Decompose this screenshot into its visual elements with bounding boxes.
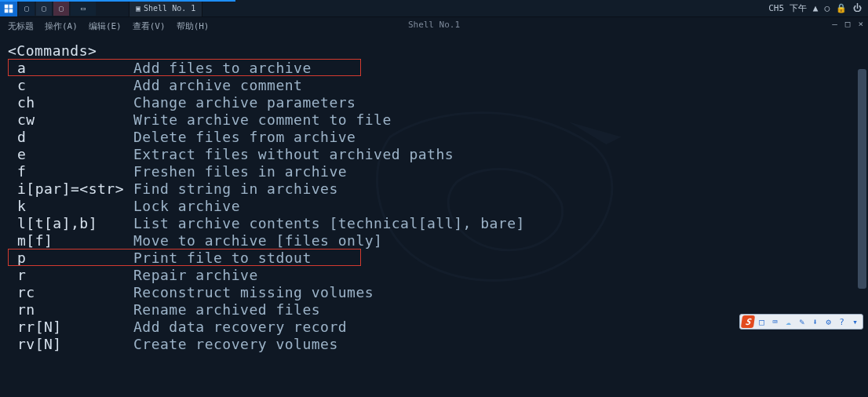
command-description: Add archive comment (133, 77, 868, 94)
window-minimize-button[interactable]: – (832, 19, 837, 29)
command-key: rn (8, 301, 133, 319)
command-row: i[par]=<str>Find string in archives (8, 180, 868, 198)
window-menubar: 无标题 操作(A) 编辑(E) 查看(V) 帮助(H) Shell No.1 –… (0, 17, 868, 35)
window-title: Shell No.1 (408, 20, 460, 30)
ime-pen-icon[interactable]: ✎ (796, 316, 808, 328)
command-row: fFreshen files in archive (8, 163, 868, 180)
taskbar-app-2[interactable]: ▢ (36, 2, 52, 16)
command-key: rc (8, 284, 133, 301)
command-key: p (8, 249, 133, 267)
command-row: dDelete files from archive (8, 129, 868, 146)
menu-item-view[interactable]: 查看(V) (133, 20, 166, 32)
ime-gear-icon[interactable]: ⚙ (822, 316, 834, 328)
tray-circle-icon[interactable]: ◯ (824, 3, 830, 13)
taskbar-tab-terminal[interactable]: ▣ Shell No. 1 (129, 1, 202, 16)
command-description: Lock archive (133, 198, 868, 215)
command-description: Delete files from archive (133, 129, 868, 146)
command-key: c (8, 77, 133, 94)
system-taskbar: ▢ ▢ ▢ ▭ ▣ Shell No. 1 CH5 下午 ▲ ◯ 🔒 ⏻ (0, 0, 868, 17)
scrollbar-thumb[interactable] (858, 69, 866, 289)
menu-item-edit[interactable]: 编辑(E) (89, 20, 122, 32)
command-description: Create recovery volumes (133, 336, 868, 353)
command-row: aAdd files to archive (8, 60, 868, 77)
command-key: d (8, 129, 133, 146)
command-row: rcReconstruct missing volumes (8, 284, 868, 301)
command-row: cAdd archive comment (8, 77, 868, 94)
command-description: Write archive comment to file (133, 111, 868, 129)
commands-heading: <Commands> (8, 42, 868, 60)
command-description: Reconstruct missing volumes (133, 284, 868, 301)
command-description: List archive contents [technical[all], b… (133, 215, 868, 232)
command-key: i[par]=<str> (8, 180, 133, 198)
command-key: ch (8, 94, 133, 111)
command-description: Add files to archive (133, 60, 868, 77)
window-close-button[interactable]: × (858, 19, 863, 29)
command-description: Print file to stdout (133, 249, 868, 267)
taskbar-app-4[interactable]: ▭ (71, 2, 96, 16)
command-row: l[t[a],b]List archive contents [technica… (8, 215, 868, 232)
command-key: f (8, 163, 133, 180)
command-row: kLock archive (8, 198, 868, 215)
command-row: cwWrite archive comment to file (8, 111, 868, 129)
tray-lock-icon[interactable]: 🔒 (836, 3, 847, 13)
command-description: Extract files without archived paths (133, 146, 868, 163)
ime-help-icon[interactable]: ? (836, 316, 848, 328)
command-key: e (8, 146, 133, 163)
command-key: rr[N] (8, 319, 133, 336)
command-description: Repair archive (133, 267, 868, 284)
window-maximize-button[interactable]: □ (845, 19, 851, 29)
terminal-icon: ▣ (136, 4, 140, 13)
command-description: Move to archive [files only] (133, 232, 868, 249)
command-row: pPrint file to stdout (8, 249, 868, 267)
tray-power-icon[interactable]: ⏻ (853, 3, 862, 13)
start-menu-button[interactable] (0, 1, 17, 16)
taskbar-tab-label: Shell No. 1 (144, 4, 195, 13)
command-row: chChange archive parameters (8, 94, 868, 111)
command-row: m[f]Move to archive [files only] (8, 232, 868, 249)
ime-dropdown-icon[interactable]: ▾ (849, 316, 861, 328)
command-key: cw (8, 111, 133, 129)
menu-item-untitled[interactable]: 无标题 (8, 20, 34, 32)
taskbar-app-1[interactable]: ▢ (19, 2, 35, 16)
command-description: Change archive parameters (133, 94, 868, 111)
ime-keyboard-icon[interactable]: ⌨ (769, 316, 781, 328)
ime-badge-icon[interactable]: S (741, 315, 755, 328)
command-key: rv[N] (8, 336, 133, 353)
command-key: r (8, 267, 133, 284)
terminal-output: <Commands>aAdd files to archivecAdd arch… (0, 35, 868, 353)
command-description: Freshen files in archive (133, 163, 868, 180)
menu-item-help[interactable]: 帮助(H) (177, 20, 210, 32)
command-key: k (8, 198, 133, 215)
menu-item-action[interactable]: 操作(A) (45, 20, 78, 32)
command-key: m[f] (8, 232, 133, 249)
command-row: rv[N]Create recovery volumes (8, 336, 868, 353)
command-row: eExtract files without archived paths (8, 146, 868, 163)
tray-triangle-icon[interactable]: ▲ (813, 3, 819, 13)
tray-text: CH5 下午 (768, 2, 807, 14)
ime-icon-1[interactable]: □ (756, 316, 768, 328)
terminal-scrollbar[interactable] (858, 69, 866, 391)
taskbar-app-3[interactable]: ▢ (53, 2, 69, 16)
command-description: Find string in archives (133, 180, 868, 198)
command-row: rRepair archive (8, 267, 868, 284)
command-key: a (8, 60, 133, 77)
ime-download-icon[interactable]: ⬇ (809, 316, 821, 328)
floating-ime-toolbar[interactable]: S □ ⌨ ☁ ✎ ⬇ ⚙ ? ▾ (739, 314, 863, 330)
ime-cloud-icon[interactable]: ☁ (782, 316, 794, 328)
command-key: l[t[a],b] (8, 215, 133, 232)
